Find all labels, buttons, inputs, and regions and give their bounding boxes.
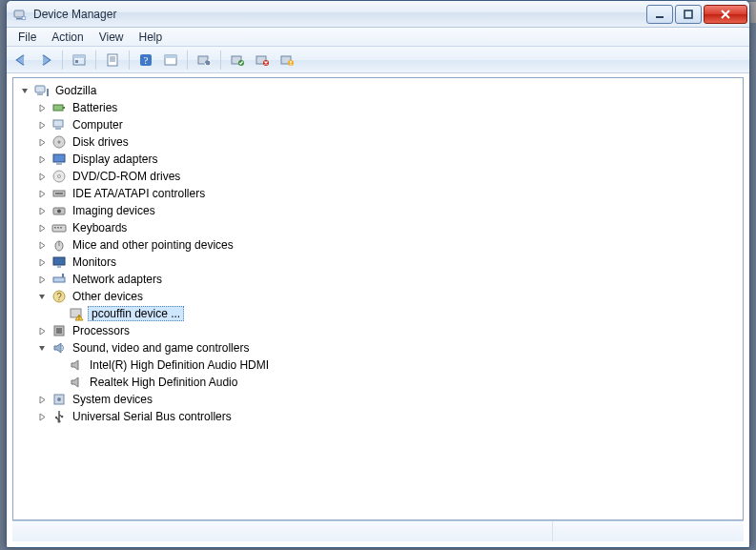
tree-node[interactable]: System devices bbox=[36, 391, 743, 408]
help-icon: ? bbox=[138, 52, 153, 68]
show-hidden-icon bbox=[72, 52, 87, 68]
display-icon bbox=[51, 152, 67, 167]
svg-rect-47 bbox=[57, 227, 59, 229]
tree-node[interactable]: Disk drives bbox=[36, 133, 743, 151]
toolbar-separator bbox=[187, 51, 188, 70]
svg-rect-53 bbox=[53, 277, 65, 282]
svg-rect-10 bbox=[108, 54, 117, 66]
tree-node[interactable]: Batteries bbox=[36, 99, 743, 116]
tree-node-label: Other devices bbox=[71, 289, 145, 304]
titlebar[interactable]: Device Manager bbox=[7, 1, 749, 28]
tree-node[interactable]: Imaging devices bbox=[36, 202, 743, 219]
network-icon bbox=[51, 272, 67, 287]
disable-icon bbox=[279, 52, 295, 68]
expand-icon[interactable] bbox=[36, 325, 48, 336]
properties-page-button[interactable] bbox=[102, 50, 123, 71]
uninstall-button[interactable] bbox=[252, 50, 273, 71]
svg-marker-65 bbox=[72, 377, 78, 387]
svg-marker-63 bbox=[54, 343, 61, 353]
mouse-icon bbox=[51, 237, 67, 253]
computer-icon bbox=[51, 117, 67, 132]
tree-node-label: Sound, video and game controllers bbox=[71, 340, 251, 356]
expand-icon[interactable] bbox=[36, 205, 48, 216]
tree-node[interactable]: Sound, video and game controllers bbox=[36, 339, 743, 356]
svg-rect-17 bbox=[165, 55, 176, 58]
tree-node[interactable]: Computer bbox=[36, 116, 743, 133]
expand-icon[interactable] bbox=[36, 153, 48, 165]
forward-icon bbox=[38, 52, 53, 68]
system-icon bbox=[51, 392, 67, 407]
window-button[interactable] bbox=[160, 50, 181, 71]
svg-rect-52 bbox=[57, 266, 61, 268]
svg-rect-32 bbox=[63, 107, 65, 109]
menu-view[interactable]: View bbox=[92, 29, 132, 46]
computer-root-icon bbox=[34, 83, 50, 98]
tree-node-label: Mice and other pointing devices bbox=[71, 237, 235, 253]
close-button[interactable] bbox=[704, 5, 747, 24]
tree-node[interactable]: pcouffin device ... bbox=[53, 305, 743, 322]
show-hidden-button[interactable] bbox=[69, 50, 90, 71]
maximize-button[interactable] bbox=[675, 5, 702, 24]
sound-icon bbox=[51, 340, 67, 356]
tree-node[interactable]: IDE ATA/ATAPI controllers bbox=[36, 185, 743, 202]
menu-action[interactable]: Action bbox=[44, 29, 91, 46]
menu-file[interactable]: File bbox=[10, 29, 44, 46]
collapse-icon[interactable] bbox=[19, 85, 31, 96]
tree-node[interactable]: Keyboards bbox=[36, 219, 743, 236]
tree-node-label: Monitors bbox=[71, 255, 118, 270]
tree-node[interactable]: ?Other devices bbox=[36, 288, 743, 305]
expand-icon[interactable] bbox=[36, 119, 48, 131]
svg-rect-62 bbox=[56, 328, 62, 334]
expand-icon[interactable] bbox=[36, 411, 48, 422]
svg-rect-37 bbox=[53, 154, 65, 162]
tree-node[interactable]: Intel(R) High Definition Audio HDMI bbox=[53, 356, 743, 374]
device-tree-pane[interactable]: GodzillaBatteriesComputerDisk drivesDisp… bbox=[12, 77, 744, 520]
tree-node[interactable]: Universal Serial Bus controllers bbox=[36, 408, 743, 425]
svg-rect-26 bbox=[290, 61, 291, 64]
expand-icon[interactable] bbox=[36, 136, 48, 148]
expand-icon[interactable] bbox=[36, 188, 48, 199]
tree-node-label: Network adapters bbox=[71, 272, 164, 287]
tree-node-label: IDE ATA/ATAPI controllers bbox=[71, 186, 207, 201]
tree-node[interactable]: Realtek High Definition Audio bbox=[53, 374, 743, 391]
battery-icon bbox=[51, 100, 67, 115]
help-button[interactable]: ? bbox=[135, 50, 156, 71]
expand-icon[interactable] bbox=[36, 222, 48, 234]
expand-icon[interactable] bbox=[36, 256, 48, 268]
scan-hardware-button[interactable] bbox=[227, 50, 248, 71]
warning-device-icon bbox=[69, 306, 84, 321]
tree-node[interactable]: Monitors bbox=[36, 254, 743, 271]
menu-help[interactable]: Help bbox=[132, 29, 171, 46]
expand-icon[interactable] bbox=[36, 171, 48, 182]
svg-rect-59 bbox=[79, 316, 80, 318]
svg-point-69 bbox=[55, 417, 57, 418]
forward-button[interactable] bbox=[35, 50, 56, 71]
back-button[interactable] bbox=[10, 50, 31, 71]
tree-node[interactable]: Display adapters bbox=[36, 151, 743, 168]
tree-node-label: Godzilla bbox=[53, 83, 98, 98]
back-icon bbox=[13, 52, 29, 68]
svg-text:?: ? bbox=[144, 54, 149, 66]
svg-rect-38 bbox=[56, 163, 62, 165]
collapse-icon[interactable] bbox=[36, 291, 48, 302]
svg-rect-48 bbox=[60, 227, 62, 229]
svg-rect-5 bbox=[656, 16, 664, 18]
tree-node[interactable]: DVD/CD-ROM drives bbox=[36, 168, 743, 185]
expand-icon[interactable] bbox=[36, 274, 48, 285]
minimize-button[interactable] bbox=[646, 5, 673, 24]
svg-rect-29 bbox=[47, 89, 49, 96]
update-driver-button[interactable] bbox=[194, 50, 215, 71]
toolbar: ? bbox=[7, 47, 749, 73]
tree-root-node[interactable]: Godzilla bbox=[19, 82, 743, 99]
expand-icon[interactable] bbox=[36, 394, 48, 405]
collapse-icon[interactable] bbox=[36, 342, 48, 354]
disable-button[interactable] bbox=[276, 50, 297, 71]
tree-node[interactable]: Processors bbox=[36, 322, 743, 339]
expand-icon[interactable] bbox=[36, 102, 48, 113]
tree-node[interactable]: Mice and other pointing devices bbox=[36, 236, 743, 254]
window-title: Device Manager bbox=[33, 8, 644, 21]
tree-node[interactable]: Network adapters bbox=[36, 271, 743, 288]
svg-rect-60 bbox=[79, 318, 80, 319]
expand-icon[interactable] bbox=[36, 239, 48, 251]
svg-point-40 bbox=[58, 175, 61, 178]
